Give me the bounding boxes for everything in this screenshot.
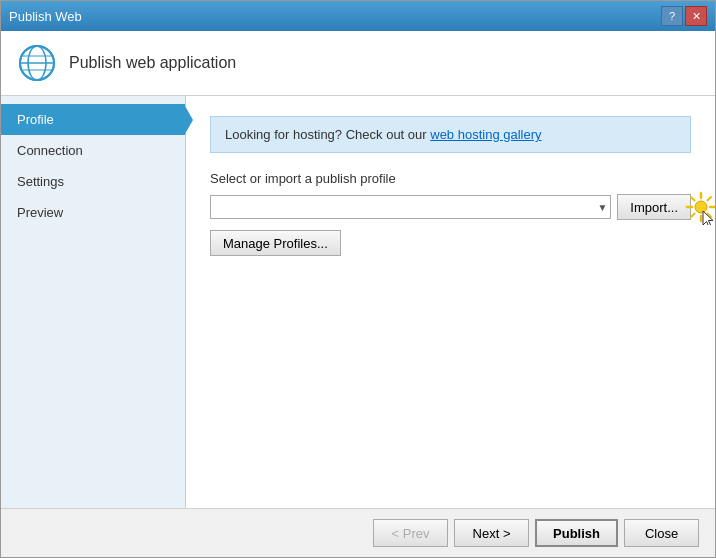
header-title: Publish web application xyxy=(69,54,236,72)
svg-marker-15 xyxy=(703,211,713,225)
profile-dropdown[interactable] xyxy=(210,195,611,219)
sidebar-label-connection: Connection xyxy=(17,143,83,158)
content-area: Looking for hosting? Check out our web h… xyxy=(186,96,715,508)
select-label: Select or import a publish profile xyxy=(210,171,691,186)
close-window-button[interactable]: ✕ xyxy=(685,6,707,26)
sidebar-label-settings: Settings xyxy=(17,174,64,189)
svg-line-13 xyxy=(708,214,712,218)
sidebar-item-settings[interactable]: Settings xyxy=(1,166,185,197)
svg-line-11 xyxy=(708,197,712,201)
svg-line-10 xyxy=(691,197,695,201)
close-button[interactable]: Close xyxy=(624,519,699,547)
hosting-text: Looking for hosting? Check out our xyxy=(225,127,430,142)
svg-point-14 xyxy=(695,201,707,213)
header-bar: Publish web application xyxy=(1,31,715,96)
sidebar-item-preview[interactable]: Preview xyxy=(1,197,185,228)
sidebar: Profile Connection Settings Preview xyxy=(1,96,186,508)
window-title: Publish Web xyxy=(9,9,82,24)
manage-profiles-button[interactable]: Manage Profiles... xyxy=(210,230,341,256)
hosting-link[interactable]: web hosting gallery xyxy=(430,127,541,142)
help-button[interactable]: ? xyxy=(661,6,683,26)
import-button[interactable]: Import... xyxy=(617,194,691,220)
title-bar: Publish Web ? ✕ xyxy=(1,1,715,31)
hosting-banner: Looking for hosting? Check out our web h… xyxy=(210,116,691,153)
prev-button[interactable]: < Prev xyxy=(373,519,448,547)
publish-web-dialog: Publish Web ? ✕ Publish web application … xyxy=(0,0,716,558)
footer-bar: < Prev Next > Publish Close xyxy=(1,508,715,557)
title-bar-buttons: ? ✕ xyxy=(661,6,707,26)
svg-line-12 xyxy=(691,214,695,218)
next-button[interactable]: Next > xyxy=(454,519,529,547)
globe-icon xyxy=(17,43,57,83)
import-btn-wrapper: Import... xyxy=(617,194,691,220)
profile-row: ▼ Import... xyxy=(210,194,691,220)
sidebar-label-profile: Profile xyxy=(17,112,54,127)
sidebar-label-preview: Preview xyxy=(17,205,63,220)
sidebar-item-connection[interactable]: Connection xyxy=(1,135,185,166)
profile-dropdown-wrapper: ▼ xyxy=(210,195,611,219)
sidebar-item-profile[interactable]: Profile xyxy=(1,104,185,135)
publish-button[interactable]: Publish xyxy=(535,519,618,547)
main-content: Profile Connection Settings Preview Look… xyxy=(1,96,715,508)
